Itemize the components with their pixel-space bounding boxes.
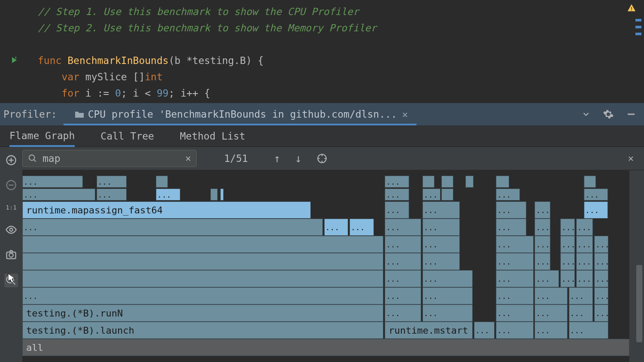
flame-frame-mstart[interactable]: runtime.mstart xyxy=(385,322,473,339)
search-next-button[interactable]: ↓ xyxy=(295,152,302,165)
flame-frame[interactable]: ... xyxy=(385,189,409,201)
close-tab-button[interactable]: ✕ xyxy=(402,109,408,120)
camera-icon[interactable] xyxy=(5,249,17,261)
flame-frame[interactable]: ... xyxy=(156,189,180,201)
flame-frame[interactable]: ... xyxy=(385,287,421,304)
flame-frame[interactable]: ... xyxy=(385,304,421,322)
editor-marker-strip[interactable] xyxy=(635,17,641,94)
flame-frame[interactable]: ... xyxy=(569,304,593,322)
flame-frame[interactable] xyxy=(441,189,453,201)
flame-frame[interactable]: ... xyxy=(594,253,608,270)
flame-frame[interactable]: ... xyxy=(535,253,550,270)
code-editor[interactable]: // Step 1. Use this benchmark to show th… xyxy=(0,0,644,103)
flame-frame[interactable]: ... xyxy=(422,270,473,287)
flame-frame[interactable]: ... xyxy=(422,253,460,270)
flame-frame[interactable]: ... xyxy=(560,236,575,253)
flame-frame[interactable] xyxy=(584,176,596,188)
flame-frame[interactable]: ... xyxy=(535,270,559,287)
search-input[interactable] xyxy=(43,153,180,164)
flame-frame[interactable]: ... xyxy=(496,201,526,219)
flame-frame[interactable]: ... xyxy=(385,201,409,219)
close-search-button[interactable]: ✕ xyxy=(628,153,634,164)
flame-frame[interactable]: ... xyxy=(560,253,575,270)
flame-frame[interactable]: ... xyxy=(535,236,550,253)
flame-frame[interactable] xyxy=(465,176,473,188)
eye-icon[interactable] xyxy=(5,224,17,236)
tab-call-tree[interactable]: Call Tree xyxy=(100,126,154,146)
flame-frame[interactable]: ... xyxy=(422,201,460,219)
flame-frame[interactable]: ... xyxy=(535,201,550,219)
flame-frame[interactable]: ... xyxy=(496,253,534,270)
run-gutter-icon[interactable] xyxy=(9,55,19,65)
flame-frame[interactable]: ... xyxy=(349,219,374,236)
flame-frame[interactable]: ... xyxy=(385,236,421,253)
flame-graph-canvas[interactable]: all testing.(*B).launch runtime.mstart .… xyxy=(22,170,629,362)
tab-method-list[interactable]: Method List xyxy=(180,126,245,146)
flame-frame[interactable]: ... xyxy=(422,219,460,236)
flame-frame[interactable]: ... xyxy=(535,287,567,304)
flame-frame[interactable]: ... xyxy=(496,322,534,339)
vertical-scrollbar[interactable] xyxy=(629,170,644,362)
flame-frame[interactable]: ... xyxy=(22,287,383,304)
flame-frame[interactable]: ... xyxy=(385,270,421,287)
flame-frame[interactable]: ... xyxy=(560,219,575,236)
warning-icon[interactable] xyxy=(627,3,636,13)
flame-frame[interactable] xyxy=(220,189,224,201)
flame-frame[interactable]: ... xyxy=(535,219,550,236)
flame-frame[interactable]: ... xyxy=(422,189,440,201)
flame-frame[interactable]: ... xyxy=(385,219,421,236)
flame-frame[interactable]: ... xyxy=(576,270,593,287)
flame-frame[interactable] xyxy=(22,236,383,253)
clear-search-button[interactable]: ✕ xyxy=(185,153,191,164)
zoom-ratio-label[interactable]: 1:1 xyxy=(6,204,16,211)
search-prev-button[interactable]: ↑ xyxy=(273,152,280,165)
flame-frame[interactable]: ... xyxy=(496,236,534,253)
flame-frame[interactable]: ... xyxy=(576,236,593,253)
flame-frame[interactable]: ... xyxy=(496,189,520,201)
flame-frame[interactable]: ... xyxy=(324,219,349,236)
minimize-icon[interactable] xyxy=(626,109,636,119)
flame-frame[interactable]: ... xyxy=(560,270,575,287)
flame-frame[interactable]: ... xyxy=(584,201,608,219)
flame-frame[interactable]: ... xyxy=(594,287,608,304)
flame-frame[interactable] xyxy=(210,189,218,201)
flame-frame[interactable]: ... xyxy=(422,236,460,253)
flame-frame[interactable]: ... xyxy=(385,176,409,188)
tab-flame-graph[interactable]: Flame Graph xyxy=(9,126,75,147)
flame-frame[interactable]: ... xyxy=(535,304,567,322)
flame-frame[interactable]: ... xyxy=(97,189,127,201)
flame-frame[interactable] xyxy=(441,176,453,188)
flame-frame[interactable]: ... xyxy=(576,253,593,270)
flame-frame[interactable]: ... xyxy=(22,176,83,188)
flame-frame[interactable]: ... xyxy=(474,322,495,339)
flame-frame[interactable] xyxy=(422,176,434,188)
flame-frame[interactable] xyxy=(22,270,383,287)
flame-frame-mapassign[interactable]: runtime.mapassign_fast64 xyxy=(22,201,311,219)
scrollbar-thumb[interactable] xyxy=(636,265,642,342)
focus-target-icon[interactable] xyxy=(316,153,328,164)
flame-frame[interactable]: ... xyxy=(569,322,608,339)
flame-frame[interactable] xyxy=(156,176,168,188)
gear-icon[interactable] xyxy=(603,109,614,120)
flame-frame-runn[interactable]: testing.(*B).runN xyxy=(22,304,383,322)
zoom-in-icon[interactable] xyxy=(5,154,17,166)
flame-frame[interactable]: ... xyxy=(496,219,526,236)
flame-frame[interactable]: ... xyxy=(422,287,473,304)
chevron-down-icon[interactable] xyxy=(581,110,591,119)
flame-frame[interactable]: ... xyxy=(594,304,608,322)
flame-frame[interactable]: ... xyxy=(576,219,593,236)
flame-frame[interactable]: ... xyxy=(22,189,95,201)
flame-frame[interactable]: ... xyxy=(496,270,534,287)
flame-frame[interactable] xyxy=(22,253,383,270)
flame-frame-launch[interactable]: testing.(*B).launch xyxy=(22,322,383,339)
flame-frame[interactable]: ... xyxy=(496,304,534,322)
flame-frame-all[interactable]: all xyxy=(22,339,629,356)
flame-frame[interactable] xyxy=(496,176,509,188)
zoom-out-icon[interactable] xyxy=(5,179,17,191)
flame-frame[interactable]: ... xyxy=(496,287,534,304)
flame-frame[interactable]: ... xyxy=(22,219,323,236)
flame-frame[interactable]: ... xyxy=(535,322,567,339)
flame-frame[interactable]: ... xyxy=(422,304,473,322)
flame-frame[interactable]: ... xyxy=(569,287,593,304)
flame-frame[interactable]: ... xyxy=(385,253,421,270)
